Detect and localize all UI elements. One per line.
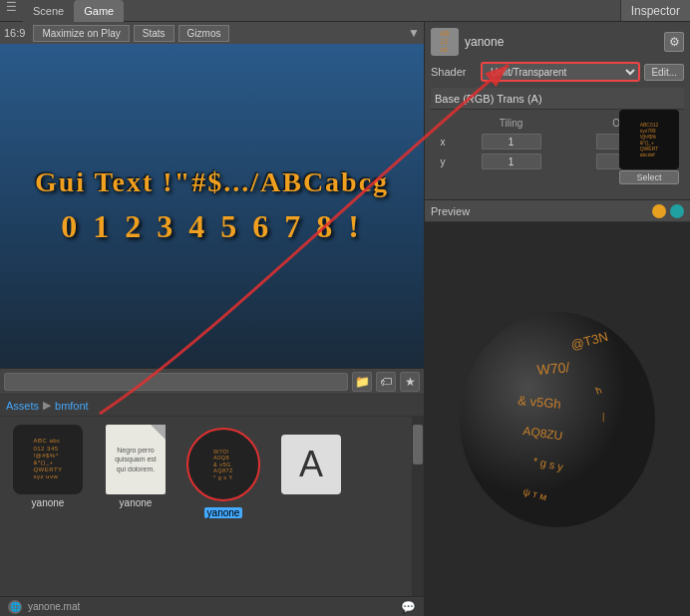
inspector-name-row: AB12cd yanone ⚙ bbox=[431, 28, 684, 56]
y-tiling-input[interactable] bbox=[482, 154, 541, 169]
asset-path-arrow: ▶ bbox=[43, 399, 51, 412]
game-view: Gui Text !"#$.../ABCabcg 0 1 2 3 4 5 6 7… bbox=[0, 44, 424, 368]
asset-thumb-1: ABC abc012 345!@#$%^&*()_+QWERTYxyz uvw bbox=[13, 425, 83, 494]
right-panel: AB12cd yanone ⚙ Shader Unlit/Transparent… bbox=[424, 22, 690, 616]
list-item[interactable]: W7O!A0Q8& v5GAQ87Z* g s Y yanone bbox=[183, 425, 263, 518]
main-area: 16:9 Maximize on Play Stats Gizmos ▼ Gui… bbox=[0, 22, 690, 616]
asset-label-2: yanone bbox=[120, 497, 153, 508]
texture-thumbnail-area: ABC012xyz789!@#$%&*()_+QWERTabcdef Selec… bbox=[619, 110, 684, 184]
scene-tab-label: Scene bbox=[33, 5, 64, 17]
inspector-gear-btn[interactable]: ⚙ bbox=[664, 32, 684, 52]
inspector-tab-label: Inspector bbox=[631, 4, 680, 18]
tiling-col-header: Tiling bbox=[455, 116, 567, 131]
font-chars-3: W7O!A0Q8& v5GAQ87Z* g s Y bbox=[211, 447, 235, 483]
tiling-offset-section: Tiling Offset x y bbox=[431, 114, 684, 193]
asset-thumb-doc: Negro perroquisquam estqui dolorem. bbox=[106, 425, 166, 494]
game-tab-label: Game bbox=[84, 5, 114, 17]
doc-text: Negro perroquisquam estqui dolorem. bbox=[111, 442, 161, 476]
status-text: yanone.mat bbox=[28, 601, 80, 612]
list-item[interactable]: ABC abc012 345!@#$%^&*()_+QWERTYxyz uvw … bbox=[8, 425, 88, 508]
status-icon: 🌐 bbox=[8, 600, 22, 614]
preview-controls bbox=[652, 204, 684, 218]
preview-header: Preview bbox=[425, 200, 690, 222]
material-preview-icon: AB12cd bbox=[431, 28, 459, 56]
status-chat-btn[interactable]: 💬 bbox=[401, 600, 416, 614]
list-item[interactable]: A bbox=[271, 435, 351, 494]
section-label: Base (RGB) Trans (A) bbox=[435, 93, 542, 105]
preview-title: Preview bbox=[431, 205, 652, 217]
svg-text:W70/: W70/ bbox=[536, 359, 570, 378]
shader-edit-btn[interactable]: Edit... bbox=[644, 64, 684, 81]
asset-browser: 📁 🏷 ★ Assets ▶ bmfont ABC abc012 345!@#$… bbox=[0, 368, 424, 596]
hamburger-icon[interactable]: ☰ bbox=[0, 0, 23, 21]
panel-options-icon[interactable]: ▼ bbox=[408, 26, 420, 40]
select-btn[interactable]: Select bbox=[619, 170, 679, 184]
game-text-numbers: 0 1 2 3 4 5 6 7 8 ! bbox=[61, 208, 363, 245]
x-tiling-input[interactable] bbox=[482, 134, 541, 150]
game-view-inner: Gui Text !"#$.../ABCabcg 0 1 2 3 4 5 6 7… bbox=[0, 44, 424, 368]
maximize-btn[interactable]: Maximize on Play bbox=[33, 25, 129, 42]
preview-btn-teal[interactable] bbox=[670, 204, 684, 218]
asset-search-input[interactable] bbox=[4, 373, 348, 391]
tabs-row: ☰ Scene Game Inspector bbox=[0, 0, 690, 22]
font-chars-1: ABC abc012 345!@#$%^&*()_+QWERTYxyz uvw bbox=[31, 436, 64, 482]
asset-scrollbar-thumb[interactable] bbox=[413, 425, 423, 464]
preview-sphere-svg: @T3N W70/ & v5Gh AQ8ZU * g s y ψ т м ħ | bbox=[443, 300, 672, 539]
asset-path: Assets ▶ bmfont bbox=[0, 395, 424, 417]
shader-row: Shader Unlit/Transparent Edit... bbox=[431, 62, 684, 82]
preview-canvas: @T3N W70/ & v5Gh AQ8ZU * g s y ψ т м ħ | bbox=[425, 222, 690, 616]
asset-toolbar: 📁 🏷 ★ bbox=[0, 369, 424, 395]
tab-game[interactable]: Game bbox=[74, 0, 124, 22]
game-header: 16:9 Maximize on Play Stats Gizmos ▼ bbox=[0, 22, 424, 44]
inspector-material-name: yanone bbox=[465, 35, 664, 49]
shader-select[interactable]: Unlit/Transparent bbox=[481, 62, 640, 82]
texture-chars: ABC012xyz789!@#$%&*()_+QWERTabcdef bbox=[638, 120, 661, 159]
star-icon-btn[interactable]: ★ bbox=[400, 372, 420, 392]
status-bar: 🌐 yanone.mat 💬 bbox=[0, 596, 424, 616]
aspect-label: 16:9 bbox=[4, 27, 25, 39]
section-header: Base (RGB) Trans (A) bbox=[431, 88, 684, 110]
y-label: y bbox=[433, 153, 453, 170]
asset-path-folder: bmfont bbox=[55, 400, 89, 412]
asset-browser-content: ABC abc012 345!@#$%^&*()_+QWERTYxyz uvw … bbox=[0, 417, 424, 596]
asset-scrollbar[interactable] bbox=[412, 417, 424, 596]
x-label: x bbox=[433, 133, 453, 151]
asset-label-1: yanone bbox=[32, 497, 65, 508]
asset-label-3: yanone bbox=[204, 507, 243, 518]
asset-path-prefix: Assets bbox=[6, 400, 39, 412]
inspector-body: AB12cd yanone ⚙ Shader Unlit/Transparent… bbox=[425, 22, 690, 199]
preview-btn-orange[interactable] bbox=[652, 204, 666, 218]
svg-point-1 bbox=[460, 312, 655, 527]
gizmos-btn[interactable]: Gizmos bbox=[178, 25, 230, 42]
folder-icon-btn[interactable]: 📁 bbox=[352, 372, 372, 392]
list-item[interactable]: Negro perroquisquam estqui dolorem. yano… bbox=[96, 425, 175, 508]
left-panel: 16:9 Maximize on Play Stats Gizmos ▼ Gui… bbox=[0, 22, 424, 616]
tab-scene[interactable]: Scene bbox=[23, 0, 74, 22]
svg-text:|: | bbox=[602, 412, 604, 422]
font-icon: A bbox=[299, 444, 323, 485]
stats-btn[interactable]: Stats bbox=[134, 25, 174, 42]
game-text-main: Gui Text !"#$.../ABCabcg bbox=[35, 166, 389, 198]
shader-label: Shader bbox=[431, 66, 481, 78]
texture-thumbnail: ABC012xyz789!@#$%&*()_+QWERTabcdef bbox=[619, 110, 679, 169]
tag-icon-btn[interactable]: 🏷 bbox=[376, 372, 396, 392]
asset-grid: ABC abc012 345!@#$%^&*()_+QWERTYxyz uvw … bbox=[0, 417, 412, 596]
asset-thumb-mat: A bbox=[281, 435, 341, 494]
preview-section: Preview bbox=[425, 199, 690, 616]
